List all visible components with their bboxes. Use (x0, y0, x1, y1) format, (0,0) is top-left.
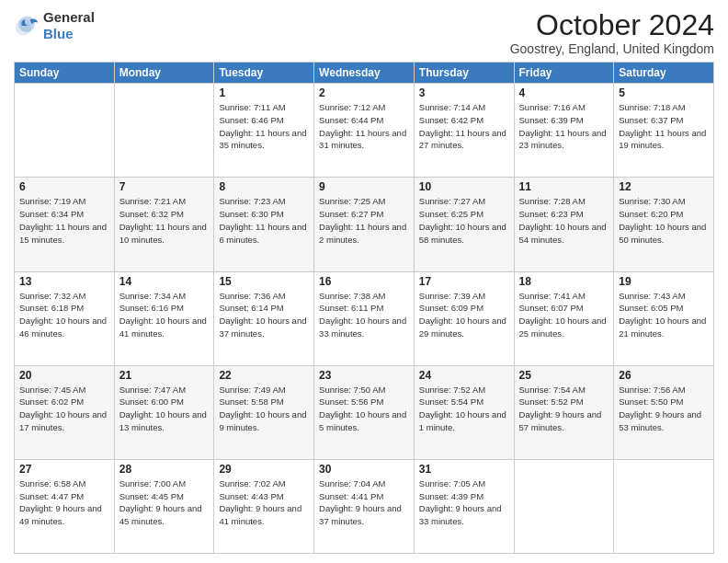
calendar-cell: 5Sunrise: 7:18 AM Sunset: 6:37 PM Daylig… (614, 84, 714, 178)
calendar-cell: 22Sunrise: 7:49 AM Sunset: 5:58 PM Dayli… (214, 365, 314, 459)
calendar-cell: 10Sunrise: 7:27 AM Sunset: 6:25 PM Dayli… (414, 178, 514, 271)
calendar-cell: 30Sunrise: 7:04 AM Sunset: 4:41 PM Dayli… (314, 459, 415, 553)
calendar-body: 1Sunrise: 7:11 AM Sunset: 6:46 PM Daylig… (15, 84, 714, 554)
day-info: Sunrise: 7:56 AM Sunset: 5:50 PM Dayligh… (619, 384, 709, 434)
calendar-header: Sunday Monday Tuesday Wednesday Thursday… (15, 63, 714, 84)
day-number: 16 (319, 275, 409, 288)
logo-blue: Blue (43, 26, 95, 42)
day-info: Sunrise: 7:02 AM Sunset: 4:43 PM Dayligh… (219, 477, 309, 528)
calendar-cell (15, 84, 115, 178)
day-info: Sunrise: 7:52 AM Sunset: 5:54 PM Dayligh… (419, 384, 509, 434)
calendar-week-0: 1Sunrise: 7:11 AM Sunset: 6:46 PM Daylig… (15, 84, 714, 178)
day-number: 15 (219, 275, 309, 288)
calendar-cell: 21Sunrise: 7:47 AM Sunset: 6:00 PM Dayli… (114, 365, 214, 459)
calendar-cell: 6Sunrise: 7:19 AM Sunset: 6:34 PM Daylig… (15, 178, 115, 271)
day-info: Sunrise: 7:39 AM Sunset: 6:09 PM Dayligh… (419, 290, 509, 340)
day-number: 5 (619, 86, 709, 99)
day-info: Sunrise: 7:00 AM Sunset: 4:45 PM Dayligh… (119, 477, 210, 528)
header-sunday: Sunday (15, 63, 115, 84)
calendar-cell: 15Sunrise: 7:36 AM Sunset: 6:14 PM Dayli… (214, 271, 314, 365)
calendar-cell: 27Sunrise: 6:58 AM Sunset: 4:47 PM Dayli… (15, 459, 115, 553)
page: General Blue October 2024 Goostrey, Engl… (0, 0, 728, 563)
day-number: 12 (619, 180, 709, 193)
calendar-cell: 26Sunrise: 7:56 AM Sunset: 5:50 PM Dayli… (614, 365, 714, 459)
calendar-cell: 2Sunrise: 7:12 AM Sunset: 6:44 PM Daylig… (314, 84, 415, 178)
day-number: 29 (219, 463, 309, 476)
day-number: 10 (419, 180, 509, 193)
day-info: Sunrise: 7:19 AM Sunset: 6:34 PM Dayligh… (19, 195, 109, 246)
day-number: 31 (419, 463, 509, 476)
calendar-cell: 4Sunrise: 7:16 AM Sunset: 6:39 PM Daylig… (514, 84, 614, 178)
logo-general: General (43, 9, 95, 26)
day-info: Sunrise: 7:50 AM Sunset: 5:56 PM Dayligh… (319, 384, 409, 434)
day-info: Sunrise: 7:38 AM Sunset: 6:11 PM Dayligh… (319, 290, 409, 340)
day-number: 30 (319, 463, 409, 476)
day-number: 2 (319, 86, 409, 99)
day-info: Sunrise: 7:11 AM Sunset: 6:46 PM Dayligh… (219, 101, 309, 152)
calendar-cell: 19Sunrise: 7:43 AM Sunset: 6:05 PM Dayli… (614, 271, 714, 365)
day-number: 11 (519, 180, 609, 193)
calendar-cell (114, 84, 214, 178)
calendar-cell: 20Sunrise: 7:45 AM Sunset: 6:02 PM Dayli… (15, 365, 115, 459)
calendar-cell: 29Sunrise: 7:02 AM Sunset: 4:43 PM Dayli… (214, 459, 314, 553)
day-info: Sunrise: 7:28 AM Sunset: 6:23 PM Dayligh… (519, 195, 609, 246)
day-info: Sunrise: 7:45 AM Sunset: 6:02 PM Dayligh… (19, 384, 109, 434)
logo: General Blue (14, 9, 95, 42)
header-wednesday: Wednesday (314, 63, 415, 84)
day-info: Sunrise: 7:21 AM Sunset: 6:32 PM Dayligh… (119, 195, 210, 246)
calendar-cell: 12Sunrise: 7:30 AM Sunset: 6:20 PM Dayli… (614, 178, 714, 271)
day-info: Sunrise: 7:12 AM Sunset: 6:44 PM Dayligh… (319, 101, 409, 152)
calendar-cell: 13Sunrise: 7:32 AM Sunset: 6:18 PM Dayli… (15, 271, 115, 365)
month-title: October 2024 (510, 9, 714, 41)
day-info: Sunrise: 7:54 AM Sunset: 5:52 PM Dayligh… (519, 384, 609, 434)
day-info: Sunrise: 7:05 AM Sunset: 4:39 PM Dayligh… (419, 477, 509, 528)
day-number: 6 (19, 180, 109, 193)
calendar-cell: 14Sunrise: 7:34 AM Sunset: 6:16 PM Dayli… (114, 271, 214, 365)
day-info: Sunrise: 7:47 AM Sunset: 6:00 PM Dayligh… (119, 384, 210, 434)
day-number: 1 (219, 86, 309, 99)
calendar-cell: 23Sunrise: 7:50 AM Sunset: 5:56 PM Dayli… (314, 365, 415, 459)
day-info: Sunrise: 7:16 AM Sunset: 6:39 PM Dayligh… (519, 101, 609, 152)
day-number: 24 (419, 369, 509, 382)
day-info: Sunrise: 7:30 AM Sunset: 6:20 PM Dayligh… (619, 195, 709, 246)
day-info: Sunrise: 7:41 AM Sunset: 6:07 PM Dayligh… (519, 290, 609, 340)
day-info: Sunrise: 7:36 AM Sunset: 6:14 PM Dayligh… (219, 290, 309, 340)
day-number: 27 (19, 463, 109, 476)
day-number: 19 (619, 275, 709, 288)
day-number: 28 (119, 463, 210, 476)
day-info: Sunrise: 7:23 AM Sunset: 6:30 PM Dayligh… (219, 195, 309, 246)
calendar-cell: 9Sunrise: 7:25 AM Sunset: 6:27 PM Daylig… (314, 178, 415, 271)
day-info: Sunrise: 7:34 AM Sunset: 6:16 PM Dayligh… (119, 290, 210, 340)
calendar-cell: 3Sunrise: 7:14 AM Sunset: 6:42 PM Daylig… (414, 84, 514, 178)
calendar-week-4: 27Sunrise: 6:58 AM Sunset: 4:47 PM Dayli… (15, 459, 714, 553)
calendar-cell: 11Sunrise: 7:28 AM Sunset: 6:23 PM Dayli… (514, 178, 614, 271)
header-tuesday: Tuesday (214, 63, 314, 84)
day-number: 17 (419, 275, 509, 288)
day-number: 13 (19, 275, 109, 288)
day-number: 4 (519, 86, 609, 99)
calendar-cell (614, 459, 714, 553)
calendar-week-2: 13Sunrise: 7:32 AM Sunset: 6:18 PM Dayli… (15, 271, 714, 365)
calendar-table: Sunday Monday Tuesday Wednesday Thursday… (14, 62, 714, 554)
svg-point-1 (18, 17, 35, 33)
logo-text: General Blue (43, 9, 95, 42)
logo-icon (14, 13, 40, 39)
day-info: Sunrise: 7:27 AM Sunset: 6:25 PM Dayligh… (419, 195, 509, 246)
day-number: 14 (119, 275, 210, 288)
day-info: Sunrise: 7:18 AM Sunset: 6:37 PM Dayligh… (619, 101, 709, 152)
day-number: 8 (219, 180, 309, 193)
day-headers-row: Sunday Monday Tuesday Wednesday Thursday… (15, 63, 714, 84)
day-info: Sunrise: 7:49 AM Sunset: 5:58 PM Dayligh… (219, 384, 309, 434)
day-number: 22 (219, 369, 309, 382)
day-number: 18 (519, 275, 609, 288)
day-number: 26 (619, 369, 709, 382)
day-info: Sunrise: 7:43 AM Sunset: 6:05 PM Dayligh… (619, 290, 709, 340)
day-info: Sunrise: 7:25 AM Sunset: 6:27 PM Dayligh… (319, 195, 409, 246)
location-subtitle: Goostrey, England, United Kingdom (510, 41, 714, 56)
day-number: 23 (319, 369, 409, 382)
calendar-cell: 25Sunrise: 7:54 AM Sunset: 5:52 PM Dayli… (514, 365, 614, 459)
day-number: 20 (19, 369, 109, 382)
day-number: 3 (419, 86, 509, 99)
day-number: 25 (519, 369, 609, 382)
calendar-cell: 7Sunrise: 7:21 AM Sunset: 6:32 PM Daylig… (114, 178, 214, 271)
